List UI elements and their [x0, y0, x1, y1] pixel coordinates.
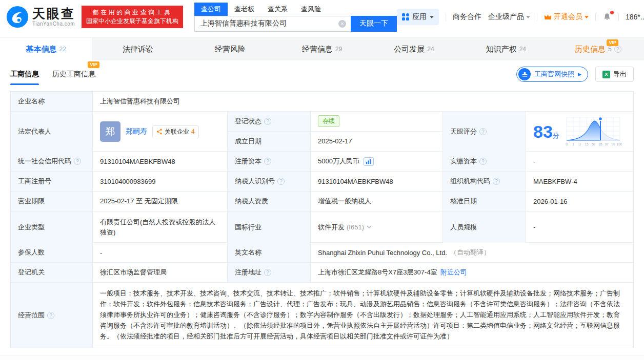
- tianyancha-logo[interactable]: 天眼查 TianYanCha.com: [6, 6, 75, 28]
- tab-basic-info[interactable]: 基本信息 22: [0, 38, 92, 60]
- paid-capital-value: -: [526, 152, 633, 171]
- related-companies-badge[interactable]: 关联企业 4: [152, 125, 199, 138]
- tab-history-info[interactable]: VIP 历史信息 5 ?: [552, 38, 644, 60]
- svg-text:50: 50: [591, 142, 595, 146]
- top-header: 天眼查 TianYanCha.com 都在用的商业查询工具 国家中小企业发展子基…: [0, 0, 644, 34]
- search-input[interactable]: [194, 16, 351, 32]
- help-icon[interactable]: ?: [264, 158, 271, 165]
- legal-rep-name-link[interactable]: 郑嗣寿: [126, 127, 147, 136]
- nested-cells: 登记状态 ? 存续 成立日期 2025-02-17: [228, 112, 443, 151]
- company-name-value: 上海智信普惠科技有限公司: [93, 92, 633, 111]
- uscc-label-cell: 统一社会信用代码 ?: [11, 152, 93, 171]
- chevron-down-icon: [585, 16, 589, 20]
- table-row: 参保人数 - 英文名称 Shanghai Zhixin Puhui Techno…: [11, 243, 633, 263]
- tab-count: 24: [427, 46, 434, 53]
- help-icon[interactable]: ?: [277, 178, 285, 185]
- slogan-line1: 都在用的商业查询工具: [86, 8, 178, 17]
- authority-value: 徐汇区市场监督管理局: [93, 263, 228, 282]
- taxpayer-quality-label: 纳税人资质: [228, 192, 311, 211]
- score-unit: 分: [553, 132, 559, 139]
- help-icon[interactable]: ?: [74, 158, 81, 165]
- table-row: 经营范围 ? 一般项目：技术服务、技术开发、技术咨询、技术交流、技术转让、技术推…: [11, 283, 633, 348]
- help-icon[interactable]: ?: [264, 118, 271, 125]
- brand-name: 天眼查: [32, 7, 75, 20]
- user-account[interactable]: 186*...: [626, 13, 644, 21]
- help-icon[interactable]: ?: [479, 128, 487, 135]
- tab-operation-info[interactable]: 经营信息 29: [276, 38, 368, 60]
- business-scope-value: 一般项目：技术服务、技术开发、技术咨询、技术交流、技术转让、技术推广；软件销售；…: [93, 283, 633, 348]
- business-info-table: 企业名称 上海智信普惠科技有限公司 法定代表人 郑 郑嗣寿 关联企业 4 登记状…: [10, 91, 634, 348]
- clear-search-icon[interactable]: ×: [338, 20, 346, 28]
- address-label-cell: 注册地址 ?: [228, 263, 311, 282]
- search-tab-company[interactable]: 查公司: [194, 3, 228, 16]
- slogan-line2: 国家中小企业发展子基金旗下机构: [86, 17, 178, 26]
- svg-text:15: 15: [585, 142, 589, 146]
- notifications-bell[interactable]: [602, 12, 612, 22]
- official-snapshot-button[interactable]: 工商官网快照 ▶: [516, 67, 588, 82]
- export-label: 导出: [613, 70, 627, 79]
- header-nav: 应用 商务合作 企业级产品 开通会员 186*...: [397, 9, 644, 25]
- vip-badge: VIP: [88, 61, 99, 68]
- divider: [537, 13, 537, 21]
- help-icon[interactable]: ?: [264, 269, 271, 276]
- svg-text:97: 97: [605, 142, 609, 146]
- tab-legal-proceedings[interactable]: 法律诉讼: [92, 38, 184, 60]
- search-tab-relation[interactable]: 查关系: [261, 3, 294, 16]
- help-icon[interactable]: ?: [614, 46, 621, 53]
- tab-company-development[interactable]: 公司发展 24: [368, 38, 460, 60]
- tab-intellectual-property[interactable]: 知识产权 24: [460, 38, 552, 60]
- insured-value: -: [93, 243, 228, 262]
- svg-text:99: 99: [611, 142, 615, 146]
- search-tab-risk[interactable]: 查风险: [294, 3, 328, 16]
- network-icon: [156, 129, 163, 135]
- capital-chart-icon[interactable]: [364, 157, 374, 166]
- table-row: 登记状态 ? 存续: [228, 112, 443, 132]
- address-label: 注册地址: [235, 268, 261, 277]
- brand-domain: TianYanCha.com: [32, 22, 75, 27]
- nav-business-cooperation[interactable]: 商务合作: [453, 12, 481, 22]
- divider: [618, 13, 619, 21]
- help-icon[interactable]: ?: [47, 312, 54, 319]
- table-row: 营业期限 2025-02-17 至 无固定期限 纳税人资质 增值税一般纳税人 核…: [11, 192, 633, 211]
- paid-capital-label-cell: 实缴资本 ?: [443, 152, 526, 171]
- slogan-banner: 都在用的商业查询工具 国家中小企业发展子基金旗下机构: [82, 6, 183, 28]
- related-label: 关联企业: [165, 128, 189, 136]
- en-name-value: Shanghai Zhixin Puhui Technology Co., Lt…: [318, 249, 447, 257]
- reg-status-label: 登记状态: [235, 117, 261, 126]
- export-button[interactable]: X 导出: [595, 67, 634, 82]
- tab-operation-risk[interactable]: 经营风险: [184, 38, 276, 60]
- avatar[interactable]: 郑: [100, 121, 120, 142]
- nearby-companies-link[interactable]: 附近公司: [440, 268, 467, 277]
- nav-enterprise-products[interactable]: 企业级产品: [488, 12, 530, 22]
- subtab-history-business-info[interactable]: VIP 历史工商信息: [52, 70, 95, 85]
- svg-text:3: 3: [579, 142, 581, 146]
- company-type-value: 有限责任公司(自然人投资或控股的法人独资): [93, 211, 228, 243]
- taxpayer-quality-value: 增值税一般纳税人: [311, 192, 443, 211]
- reg-status-label-cell: 登记状态 ?: [228, 112, 311, 131]
- reg-capital-cell: 5000万人民币: [311, 152, 443, 171]
- reg-capital-label: 注册资本: [235, 157, 261, 166]
- tab-count: 22: [59, 46, 66, 53]
- table-row: 统一社会信用代码 ? 91310104MAEBKFBW48 注册资本 ? 500…: [11, 152, 633, 172]
- en-name-cell: Shanghai Zhixin Puhui Technology Co., Lt…: [311, 243, 633, 262]
- search-tab-boss[interactable]: 查老板: [228, 3, 261, 16]
- score-cell[interactable]: 83分 0 1: [526, 112, 633, 152]
- scope-label-cell: 经营范围 ?: [11, 283, 93, 348]
- reg-no-value: 310104000983699: [93, 172, 228, 191]
- search-button[interactable]: 天眼一下: [351, 16, 397, 32]
- vip-badge: VIP: [607, 39, 618, 46]
- industry-cell: 软件开发 (I651): [311, 211, 443, 243]
- excel-icon: X: [602, 71, 610, 78]
- help-icon[interactable]: ?: [479, 158, 487, 165]
- apps-menu[interactable]: 应用: [397, 9, 439, 25]
- company-name-label: 企业名称: [11, 92, 93, 111]
- paid-capital-label: 实缴资本: [450, 157, 477, 166]
- help-icon[interactable]: ?: [493, 178, 500, 185]
- chevron-down-icon: [526, 16, 530, 20]
- nav-open-vip[interactable]: 开通会员: [544, 12, 589, 22]
- user-phone: 186*...: [626, 13, 644, 21]
- subtab-business-info[interactable]: 工商信息: [10, 70, 39, 85]
- snapshot-label: 工商官网快照: [534, 70, 574, 79]
- chevron-down-icon[interactable]: [367, 225, 372, 229]
- address-cell: 上海市徐汇区龙耀路8号X7座3层307-4室 附近公司: [311, 263, 633, 282]
